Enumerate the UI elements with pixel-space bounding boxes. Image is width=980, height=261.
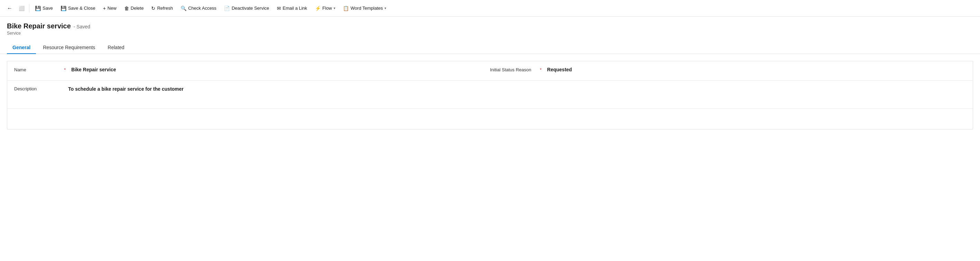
form-right-initial-status: Initial Status Reason * Requested [490, 67, 966, 72]
flow-label: Flow [323, 6, 332, 11]
save-icon: 💾 [35, 6, 41, 11]
save-close-button[interactable]: 💾 Save & Close [57, 3, 99, 13]
description-label: Description [14, 86, 63, 91]
save-close-icon: 💾 [60, 6, 67, 11]
form-row-description: Description To schedule a bike repair se… [7, 81, 973, 108]
form-spacer [7, 108, 973, 129]
word-templates-label: Word Templates [350, 6, 383, 11]
email-link-button[interactable]: ✉ Email a Link [274, 3, 311, 13]
page-title-row: Bike Repair service - Saved [7, 22, 973, 30]
refresh-button[interactable]: ↻ Refresh [148, 3, 177, 13]
tab-general[interactable]: General [7, 41, 36, 54]
word-templates-button[interactable]: 📋 Word Templates ▾ [339, 3, 390, 13]
flow-button[interactable]: ⚡ Flow ▾ [312, 3, 339, 13]
tabs-container: General Resource Requirements Related [0, 41, 980, 54]
refresh-label: Refresh [157, 6, 173, 11]
tab-related[interactable]: Related [102, 41, 130, 54]
deactivate-button[interactable]: 📄 Deactivate Service [220, 3, 272, 13]
new-label: New [108, 6, 117, 11]
separator-1 [29, 4, 29, 13]
form-left-name: Name * Bike Repair service [14, 67, 490, 72]
deactivate-label: Deactivate Service [232, 6, 269, 11]
tab-general-label: General [13, 45, 30, 50]
check-access-label: Check Access [188, 6, 216, 11]
save-label: Save [43, 6, 53, 11]
tab-resource-requirements-label: Resource Requirements [43, 45, 95, 50]
toolbar: ← ⬜ 💾 Save 💾 Save & Close + New 🗑 Delete… [0, 0, 980, 17]
new-icon: + [103, 6, 105, 11]
initial-status-value[interactable]: Requested [542, 67, 572, 72]
flow-chevron-icon: ▾ [334, 6, 335, 10]
word-templates-icon: 📋 [343, 6, 349, 11]
check-access-icon: 🔍 [181, 6, 186, 11]
back-icon: ← [7, 5, 13, 11]
page-header: Bike Repair service - Saved Service [0, 17, 980, 38]
delete-button[interactable]: 🗑 Delete [121, 3, 147, 13]
page-title: Bike Repair service [7, 22, 71, 30]
back-button[interactable]: ← [4, 3, 15, 14]
expand-button[interactable]: ⬜ [16, 3, 27, 14]
email-link-label: Email a Link [283, 6, 307, 11]
save-button[interactable]: 💾 Save [32, 3, 56, 13]
refresh-icon: ↻ [151, 6, 155, 11]
expand-icon: ⬜ [19, 6, 25, 11]
check-access-button[interactable]: 🔍 Check Access [177, 3, 220, 13]
flow-icon: ⚡ [315, 6, 321, 11]
form-section: Name * Bike Repair service Initial Statu… [7, 61, 973, 129]
new-button[interactable]: + New [99, 3, 120, 13]
page-subtitle: Service [7, 31, 973, 36]
word-templates-chevron-icon: ▾ [385, 6, 386, 10]
page-saved-status: - Saved [74, 24, 90, 29]
tab-resource-requirements[interactable]: Resource Requirements [37, 41, 101, 54]
description-row-inner: Description To schedule a bike repair se… [14, 86, 966, 92]
email-icon: ✉ [277, 6, 281, 11]
form-row-name: Name * Bike Repair service Initial Statu… [7, 61, 973, 81]
delete-label: Delete [131, 6, 144, 11]
description-value[interactable]: To schedule a bike repair service for th… [63, 86, 184, 92]
tab-related-label: Related [108, 45, 124, 50]
delete-icon: 🗑 [124, 6, 129, 11]
name-value[interactable]: Bike Repair service [66, 67, 116, 72]
deactivate-icon: 📄 [224, 6, 230, 11]
initial-status-label: Initial Status Reason [490, 67, 538, 72]
name-label: Name [14, 67, 63, 72]
save-close-label: Save & Close [68, 6, 95, 11]
